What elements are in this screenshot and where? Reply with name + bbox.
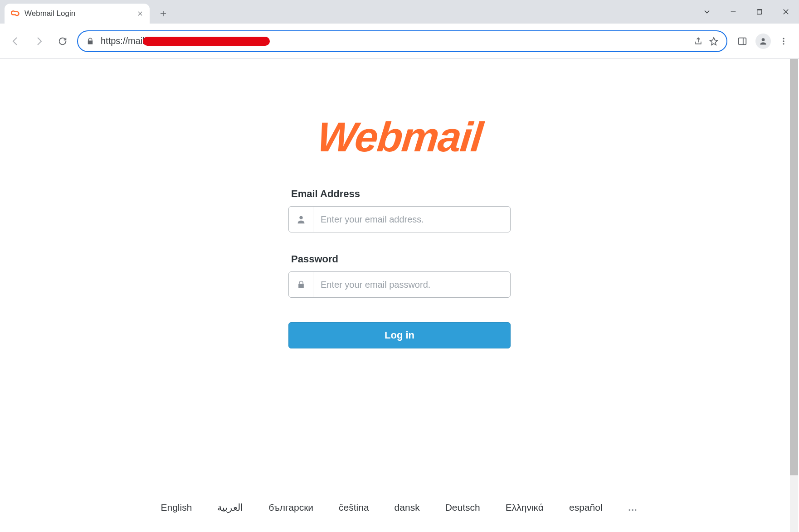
lang-option[interactable]: български xyxy=(268,502,313,513)
tab-search-button[interactable] xyxy=(694,2,720,22)
webmail-logo: Webmail xyxy=(315,113,484,161)
page-viewport: Webmail Email Address Password Log in En… xyxy=(0,59,799,532)
password-input[interactable] xyxy=(313,272,510,297)
lock-icon xyxy=(86,37,94,45)
browser-chrome: Webmail Login xyxy=(0,0,799,59)
url-visible-text: https://mail xyxy=(101,36,145,46)
svg-point-7 xyxy=(299,216,302,219)
lang-option[interactable]: العربية xyxy=(217,502,243,513)
lang-option[interactable]: English xyxy=(161,502,192,513)
tab-strip: Webmail Login xyxy=(0,0,799,24)
url-redaction xyxy=(143,37,270,46)
url-text: https://mail xyxy=(101,36,687,46)
svg-rect-2 xyxy=(739,38,746,44)
reload-button[interactable] xyxy=(54,32,72,50)
lang-option[interactable]: español xyxy=(569,502,603,513)
lang-option[interactable]: Ελληνικά xyxy=(506,502,544,513)
more-languages-button[interactable]: … xyxy=(628,502,638,513)
back-button[interactable] xyxy=(6,32,24,50)
side-panel-icon[interactable] xyxy=(737,36,747,46)
user-icon xyxy=(289,207,313,232)
close-window-button[interactable] xyxy=(773,2,799,22)
language-selector: English العربية български čeština dansk … xyxy=(0,502,799,513)
svg-point-5 xyxy=(783,40,784,42)
close-tab-icon[interactable] xyxy=(137,10,143,17)
share-icon[interactable] xyxy=(694,37,703,46)
lang-option[interactable]: dansk xyxy=(395,502,420,513)
browser-toolbar: https://mail xyxy=(0,24,799,59)
password-input-group xyxy=(288,271,511,298)
password-label: Password xyxy=(291,253,511,265)
email-input[interactable] xyxy=(313,207,510,232)
scrollbar-track[interactable] xyxy=(790,59,798,532)
tab-title: Webmail Login xyxy=(24,9,75,18)
profile-avatar-icon[interactable] xyxy=(755,34,771,49)
login-form: Email Address Password Log in xyxy=(288,188,511,348)
svg-point-4 xyxy=(783,38,784,39)
new-tab-button[interactable] xyxy=(155,5,171,22)
email-label: Email Address xyxy=(291,188,511,200)
browser-tab[interactable]: Webmail Login xyxy=(5,4,150,24)
svg-point-3 xyxy=(762,38,765,41)
email-input-group xyxy=(288,206,511,232)
lang-option[interactable]: čeština xyxy=(339,502,369,513)
kebab-menu-icon[interactable] xyxy=(779,37,788,46)
window-controls xyxy=(694,0,799,24)
scrollbar-thumb[interactable] xyxy=(790,59,798,475)
maximize-button[interactable] xyxy=(746,2,773,22)
svg-point-6 xyxy=(783,43,784,44)
lang-option[interactable]: Deutsch xyxy=(445,502,480,513)
forward-button[interactable] xyxy=(30,32,48,50)
login-container: Webmail Email Address Password Log in xyxy=(0,59,799,348)
toolbar-right xyxy=(733,34,793,49)
svg-rect-1 xyxy=(757,10,761,14)
lock-field-icon xyxy=(289,272,313,297)
bookmark-star-icon[interactable] xyxy=(709,37,718,46)
login-button[interactable]: Log in xyxy=(288,322,511,348)
cpanel-favicon-icon xyxy=(11,9,20,18)
minimize-button[interactable] xyxy=(720,2,746,22)
address-bar[interactable]: https://mail xyxy=(77,30,727,52)
